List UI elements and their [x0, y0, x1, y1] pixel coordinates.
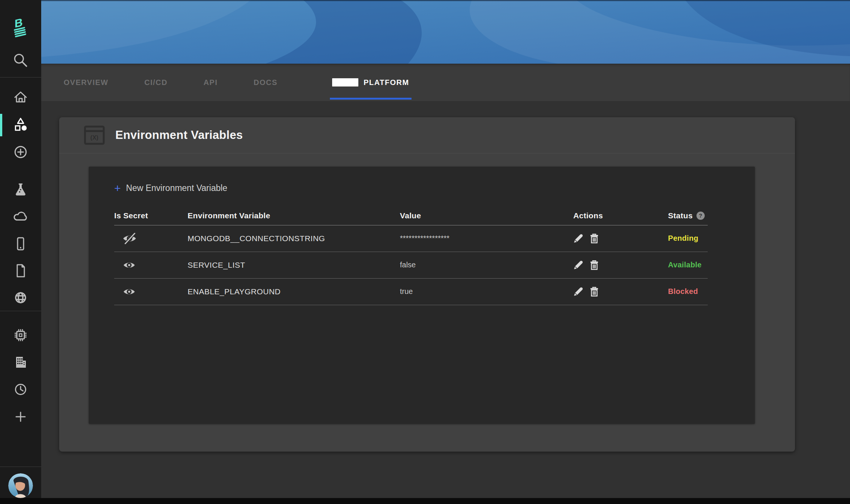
building-icon: [13, 354, 28, 370]
new-environment-variable-button[interactable]: + New Environment Variable: [114, 183, 227, 193]
avatar-photo: [8, 473, 33, 498]
sidebar-divider: [0, 311, 41, 311]
flask-icon: [13, 182, 28, 197]
eye-icon: [122, 287, 136, 297]
status-badge: Available: [668, 261, 708, 269]
status-badge: Pending: [668, 234, 708, 243]
secret-toggle[interactable]: [114, 287, 188, 297]
active-tab-underline: [330, 98, 412, 100]
user-avatar[interactable]: [8, 473, 33, 498]
sidebar-item-components[interactable]: [0, 116, 41, 133]
card-header: (X) Environment Variables: [59, 117, 795, 154]
tab-cicd[interactable]: CI/CD: [144, 64, 167, 101]
tab-docs[interactable]: DOCS: [254, 64, 277, 101]
tab-label: API: [203, 78, 218, 87]
environment-variables-card: (X) Environment Variables + New Environm…: [59, 117, 795, 452]
header-status: Status ?: [668, 211, 708, 220]
variable-name: ENABLE_PLAYGROUND: [188, 287, 400, 296]
environment-variables-table: Is Secret Environment Variable Value Act…: [114, 206, 708, 305]
mobile-icon: [13, 236, 28, 252]
banner-waves-graphic: [41, 0, 850, 64]
eye-off-icon: [122, 233, 137, 244]
delete-trash-icon[interactable]: [589, 286, 599, 297]
header-environment-variable: Environment Variable: [188, 211, 400, 220]
clock-icon: [13, 382, 28, 397]
cloud-icon: [12, 208, 29, 225]
tab-api[interactable]: API: [203, 64, 218, 101]
bottom-strip: [0, 498, 850, 504]
hero-banner: [41, 0, 850, 64]
sidebar-item-organization[interactable]: [0, 353, 41, 371]
status-help-icon[interactable]: ?: [696, 212, 705, 220]
file-icon: [13, 263, 28, 279]
plus-icon: [13, 409, 28, 425]
page-title: Environment Variables: [115, 128, 243, 142]
row-actions: [573, 260, 668, 270]
top-tab-bar: OVERVIEW CI/CD API DOCS PLATFORM: [41, 64, 850, 101]
brand-logo[interactable]: B: [0, 15, 41, 40]
delete-trash-icon[interactable]: [589, 233, 599, 244]
sidebar-item-cloud[interactable]: [0, 208, 41, 225]
secret-toggle[interactable]: [114, 233, 188, 244]
new-environment-variable-label: New Environment Variable: [126, 183, 228, 193]
status-badge: Blocked: [668, 287, 708, 296]
row-actions: [573, 286, 668, 297]
sidebar-item-search[interactable]: [0, 52, 41, 69]
variable-value: false: [400, 261, 573, 269]
tab-label: CI/CD: [144, 78, 167, 87]
home-icon: [13, 89, 28, 105]
app-window: B: [0, 0, 850, 504]
eye-icon: [122, 260, 136, 270]
sidebar: B: [0, 0, 41, 498]
env-variable-window-icon: (X): [84, 125, 105, 145]
sidebar-item-history[interactable]: [0, 381, 41, 398]
edit-pencil-icon[interactable]: [573, 233, 583, 243]
table-header-row: Is Secret Environment Variable Value Act…: [114, 206, 708, 225]
variable-name: SERVICE_LIST: [188, 261, 400, 270]
sidebar-item-experiments[interactable]: [0, 181, 41, 198]
tab-label: DOCS: [254, 78, 277, 87]
sidebar-item-web[interactable]: [0, 289, 41, 306]
delete-trash-icon[interactable]: [589, 260, 599, 270]
header-actions: Actions: [573, 211, 668, 220]
table-row: MONGODB__CONNECTIONSTRING **************…: [114, 225, 708, 252]
edit-pencil-icon[interactable]: [573, 260, 583, 270]
stacked-b-logo-icon: B: [10, 16, 31, 39]
shapes-icon: [12, 116, 29, 133]
search-icon: [12, 52, 29, 69]
sidebar-item-hardware[interactable]: [0, 327, 41, 344]
tab-overview[interactable]: OVERVIEW: [64, 64, 108, 101]
row-actions: [573, 233, 668, 244]
tab-platform-active[interactable]: PLATFORM: [332, 64, 409, 101]
globe-icon: [13, 290, 28, 306]
sidebar-divider: [0, 77, 41, 78]
svg-text:(X): (X): [90, 134, 98, 141]
variable-value: *****************: [400, 234, 573, 243]
chip-icon: [13, 327, 28, 343]
main-content: (X) Environment Variables + New Environm…: [41, 101, 850, 498]
sidebar-divider: [0, 467, 41, 467]
edit-pencil-icon[interactable]: [573, 286, 583, 297]
variable-value: true: [400, 287, 573, 296]
header-value: Value: [400, 211, 573, 220]
sidebar-item-documents[interactable]: [0, 262, 41, 279]
header-status-label: Status: [668, 211, 693, 220]
sidebar-item-add[interactable]: [0, 408, 41, 425]
sidebar-item-mobile[interactable]: [0, 235, 41, 252]
header-is-secret: Is Secret: [114, 211, 188, 220]
sidebar-item-create[interactable]: [0, 143, 41, 161]
sidebar-item-home[interactable]: [0, 88, 41, 106]
plus-glyph-icon: +: [114, 185, 121, 192]
table-row: ENABLE_PLAYGROUND true: [114, 279, 708, 305]
table-row: SERVICE_LIST false: [114, 252, 708, 279]
variable-name: MONGODB__CONNECTIONSTRING: [188, 234, 400, 243]
brand-redaction-box: [332, 78, 358, 86]
secret-toggle[interactable]: [114, 260, 188, 270]
plus-circle-icon: [12, 144, 29, 160]
variables-panel: + New Environment Variable Is Secret Env…: [89, 167, 755, 424]
tab-label: OVERVIEW: [64, 78, 108, 87]
tab-label: PLATFORM: [364, 78, 409, 87]
